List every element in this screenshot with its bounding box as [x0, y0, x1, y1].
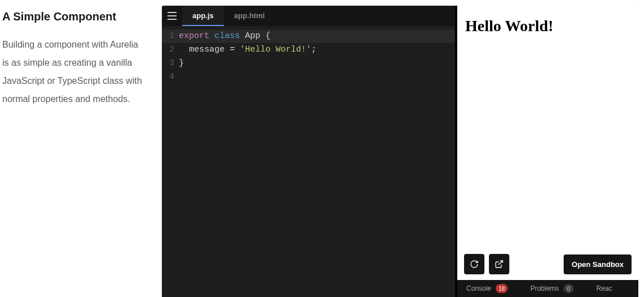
- doc-heading: A Simple Component: [2, 10, 145, 23]
- preview-pane: Hello World! Open Sandbox Console 18 Pro…: [457, 6, 638, 297]
- code-editor[interactable]: 1export class App {2 message = 'Hello Wo…: [162, 26, 455, 297]
- code-line: 4: [162, 70, 455, 84]
- refresh-icon[interactable]: [464, 254, 484, 274]
- tab-app-html[interactable]: app.html: [224, 6, 275, 26]
- svg-rect-2: [168, 19, 177, 20]
- react-label: Reac: [596, 285, 612, 292]
- code-content: export class App {: [179, 29, 271, 43]
- line-number: 3: [162, 57, 179, 70]
- problems-label: Problems: [530, 285, 559, 292]
- problems-badge: 0: [564, 284, 574, 293]
- code-content: message = 'Hello World!';: [179, 43, 316, 57]
- console-badge: 18: [496, 284, 508, 293]
- code-sandbox: app.js app.html 1export class App {2 mes…: [162, 6, 638, 297]
- menu-icon[interactable]: [162, 6, 182, 26]
- editor-header: app.js app.html: [162, 6, 455, 26]
- bottom-bar: Console 18 Problems 0 Reac: [457, 280, 638, 297]
- code-line: 2 message = 'Hello World!';: [162, 43, 455, 57]
- line-number: 2: [162, 43, 179, 57]
- code-line: 1export class App {: [162, 29, 455, 43]
- open-sandbox-button[interactable]: Open Sandbox: [564, 254, 632, 274]
- problems-tab[interactable]: Problems 0: [530, 284, 574, 293]
- doc-paragraph: Building a component with Aurelia is as …: [2, 36, 145, 108]
- line-number: 4: [162, 70, 179, 84]
- open-external-icon[interactable]: [489, 254, 509, 274]
- preview-controls: Open Sandbox: [457, 248, 638, 280]
- doc-sidebar: A Simple Component Building a component …: [0, 0, 162, 297]
- editor-pane: app.js app.html 1export class App {2 mes…: [162, 6, 457, 297]
- resize-handle[interactable]: [457, 136, 460, 164]
- react-tab[interactable]: Reac: [596, 285, 612, 292]
- console-label: Console: [466, 285, 491, 292]
- editor-tabs: app.js app.html: [182, 6, 275, 26]
- console-tab[interactable]: Console 18: [466, 284, 508, 293]
- tab-app-js[interactable]: app.js: [182, 6, 224, 26]
- preview-heading: Hello World!: [465, 17, 630, 35]
- line-number: 1: [162, 29, 179, 43]
- svg-rect-0: [168, 12, 177, 13]
- svg-rect-1: [168, 15, 177, 16]
- code-line: 3}: [162, 57, 455, 70]
- preview-content: Hello World!: [457, 6, 638, 248]
- code-content: }: [179, 57, 184, 70]
